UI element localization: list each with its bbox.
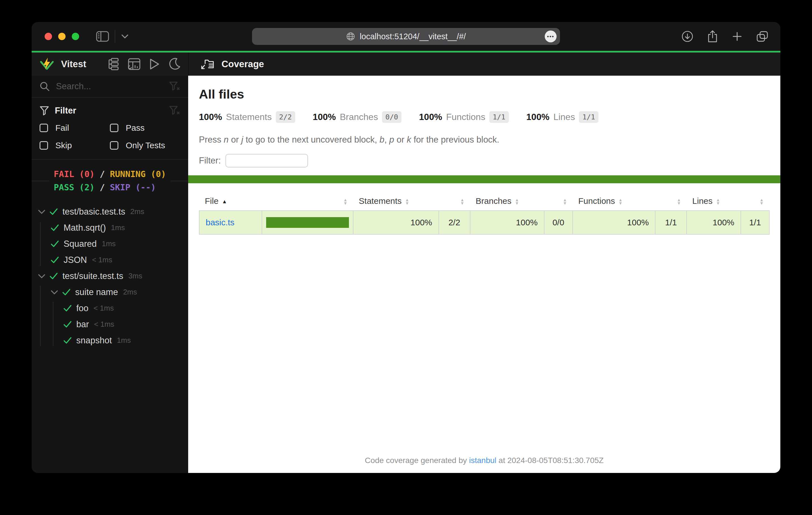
sort-file-header[interactable]: File [199, 192, 262, 211]
sorter-icon[interactable] [677, 198, 681, 205]
running-count: RUNNING (0) [110, 169, 166, 179]
test-tree-view-icon[interactable] [107, 58, 119, 70]
clear-filter-icon[interactable] [169, 105, 180, 116]
keyboard-hint: Press n or j to go to the next uncovered… [199, 135, 770, 145]
test-duration: 2ms [130, 207, 144, 216]
sorter-icon[interactable] [759, 198, 764, 205]
tab-overview-icon[interactable] [756, 30, 768, 42]
test-duration: < 1ms [93, 304, 114, 312]
pass-count: PASS (2) [54, 182, 95, 192]
new-tab-icon[interactable] [732, 31, 743, 42]
tree-item-test[interactable]: Math.sqrt() 1ms [32, 220, 188, 236]
file-filter-input[interactable] [226, 154, 308, 168]
divider [32, 181, 49, 181]
checkbox-label: Fail [55, 123, 69, 133]
checkbox-box[interactable] [39, 141, 48, 150]
browser-window: localhost:51204/__vitest__/#/ ••• [32, 22, 780, 473]
divider [171, 181, 188, 181]
sorter-icon[interactable] [405, 198, 409, 205]
url-bar[interactable]: localhost:51204/__vitest__/#/ ••• [252, 28, 560, 45]
istanbul-link[interactable]: istanbul [469, 456, 496, 465]
run-all-tests-icon[interactable] [149, 58, 160, 70]
sort-statements-abs-header[interactable] [439, 192, 470, 211]
dark-mode-toggle-icon[interactable] [168, 58, 180, 70]
chevron-down-icon[interactable] [51, 290, 58, 295]
file-cell: basic.ts [199, 211, 262, 234]
sorter-icon[interactable] [460, 198, 464, 205]
skip-count: SKIP (--) [110, 182, 156, 192]
sorter-icon[interactable] [343, 198, 348, 205]
sorter-icon[interactable] [618, 198, 623, 205]
sort-functions-abs-header[interactable] [655, 192, 687, 211]
downloads-icon[interactable] [682, 30, 693, 42]
sorter-icon[interactable] [716, 198, 720, 205]
coverage-chart-cell [262, 211, 353, 234]
sorter-icon[interactable] [515, 198, 519, 205]
test-label: snapshot [76, 335, 112, 345]
chevron-down-icon[interactable] [121, 34, 129, 39]
sort-functions-header[interactable]: Functions [573, 192, 656, 211]
tree-guide-line [40, 222, 41, 266]
tree-item-test[interactable]: foo < 1ms [32, 300, 188, 316]
coverage-footer: Code coverage generated by istanbul at 2… [188, 456, 780, 473]
zoom-window-button[interactable] [72, 33, 79, 40]
coverage-status-bar [188, 175, 780, 183]
funnel-icon [39, 106, 49, 116]
minimize-window-button[interactable] [58, 33, 65, 40]
checkbox-label: Skip [55, 141, 72, 150]
close-window-button[interactable] [45, 33, 52, 40]
lines-pct-cell: 100% [687, 211, 741, 234]
vitest-logo-icon [39, 57, 54, 71]
tree-item-test[interactable]: bar < 1ms [32, 316, 188, 332]
checkbox-box[interactable] [110, 141, 118, 150]
sort-branches-abs-header[interactable] [544, 192, 573, 211]
chevron-down-icon[interactable] [38, 209, 46, 215]
sort-lines-abs-header[interactable] [741, 192, 769, 211]
statements-pct-cell: 100% [353, 211, 439, 234]
tree-item-test[interactable]: JSON < 1ms [32, 252, 188, 268]
checkbox-skip[interactable]: Skip [39, 141, 110, 150]
table-header-row: File Statements Branches Functions Lines [199, 192, 769, 211]
functions-pct-cell: 100% [573, 211, 656, 234]
checkbox-fail[interactable]: Fail [39, 123, 110, 133]
sort-chart-header[interactable] [262, 192, 353, 211]
sort-statements-header[interactable]: Statements [353, 192, 439, 211]
checkbox-pass[interactable]: Pass [110, 123, 180, 133]
branches-pct-cell: 100% [470, 211, 544, 234]
page-settings-button[interactable]: ••• [545, 30, 557, 42]
chevron-down-icon[interactable] [38, 273, 46, 279]
sort-lines-header[interactable]: Lines [687, 192, 741, 211]
sorter-icon[interactable] [563, 198, 567, 205]
checkbox-box[interactable] [39, 124, 48, 132]
url-text: localhost:51204/__vitest__/#/ [360, 32, 466, 41]
dashboard-view-icon[interactable] [128, 58, 141, 70]
clear-search-filter-icon[interactable] [169, 81, 180, 91]
search-placeholder: Search... [56, 81, 91, 91]
tree-item-test[interactable]: snapshot 1ms [32, 332, 188, 349]
metric-fraction-badge: 0/0 [382, 111, 402, 123]
tree-item-file[interactable]: test/basic.test.ts 2ms [32, 204, 188, 220]
coverage-table: File Statements Branches Functions Lines [199, 192, 770, 235]
fail-count: FAIL (0) [54, 169, 95, 179]
test-duration: < 1ms [94, 320, 114, 329]
sidebar-toggle-icon[interactable] [96, 31, 109, 42]
tree-item-file[interactable]: test/suite.test.ts 3ms [32, 268, 188, 284]
vitest-sidebar: Vitest [32, 53, 188, 473]
checkbox-box[interactable] [110, 124, 118, 132]
share-icon[interactable] [707, 30, 718, 43]
pass-check-icon [51, 224, 59, 232]
checkbox-only-tests[interactable]: Only Tests [110, 141, 180, 150]
search-bar[interactable]: Search... [32, 76, 188, 98]
toolbar-right-group [682, 30, 768, 43]
pass-check-icon [51, 240, 59, 248]
test-duration: 2ms [123, 288, 137, 297]
file-link[interactable]: basic.ts [206, 218, 234, 227]
test-duration: 1ms [111, 223, 125, 232]
sort-branches-header[interactable]: Branches [470, 192, 544, 211]
statements-abs-cell: 2/2 [439, 211, 470, 234]
tree-item-suite[interactable]: suite name 2ms [32, 284, 188, 300]
coverage-main: Coverage All files 100% Statements 2/2 1… [188, 53, 780, 473]
metric-fraction-badge: 1/1 [579, 111, 599, 123]
tree-item-test[interactable]: Squared 1ms [32, 236, 188, 252]
pass-check-icon [50, 272, 58, 280]
